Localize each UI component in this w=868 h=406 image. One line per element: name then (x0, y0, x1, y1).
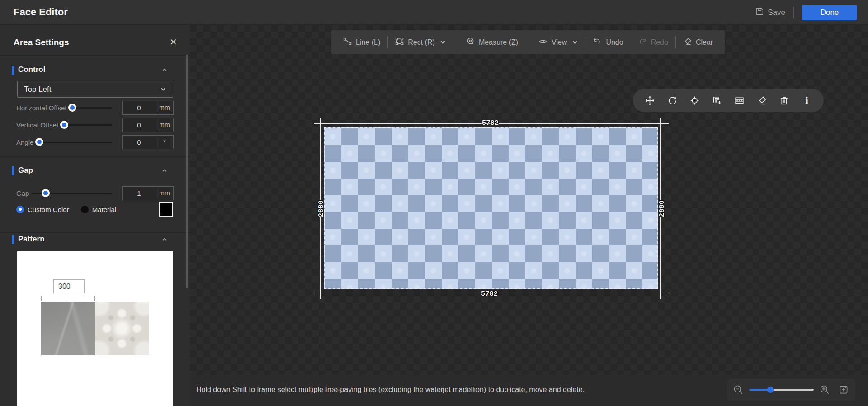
pattern-tiles (41, 302, 149, 355)
gap-label: Gap (16, 189, 29, 197)
panel-title: Area Settings (14, 38, 69, 47)
gap-input[interactable]: 1 mm (122, 186, 174, 200)
pattern-preview-card[interactable]: 300 (17, 251, 173, 406)
vertical-offset-label: Vertical Offset (16, 121, 58, 129)
save-icon (755, 7, 764, 18)
section-accent-bar (12, 66, 14, 75)
measure-tape-icon (466, 37, 475, 47)
status-hint: Hold down Shift to frame select multiple… (196, 386, 585, 394)
rect-icon (395, 37, 404, 47)
horizontal-offset-unit: mm (156, 101, 173, 114)
height-dimension-label-right: 2880 (657, 200, 665, 217)
angle-label: Angle (16, 138, 33, 146)
horizontal-offset-row: Horizontal Offset 0 mm (16, 99, 174, 116)
save-label: Save (768, 8, 785, 17)
sidebar-scrollbar[interactable] (186, 55, 188, 288)
header-divider (793, 7, 794, 19)
rect-tool-label: Rect (R) (408, 38, 435, 47)
width-dimension-label-bottom: 5782 (481, 289, 498, 297)
zoom-in-icon[interactable] (819, 384, 830, 395)
view-history-group: View Undo Redo (527, 30, 725, 54)
vertical-offset-unit: mm (156, 118, 173, 132)
section-accent-bar (12, 166, 14, 175)
anchor-select[interactable]: Top Left (17, 81, 173, 98)
zoom-controls (727, 379, 855, 401)
undo-button[interactable]: Undo (585, 30, 630, 54)
horizontal-offset-input[interactable]: 0 mm (122, 101, 174, 115)
slider-thumb[interactable] (60, 121, 68, 129)
vertical-offset-slider[interactable] (61, 121, 112, 129)
custom-color-radio[interactable] (16, 206, 24, 213)
slider-thumb[interactable] (42, 189, 50, 197)
close-icon[interactable]: ✕ (170, 37, 177, 47)
fit-to-screen-icon[interactable] (838, 384, 849, 395)
chevron-up-icon[interactable] (161, 167, 168, 175)
trash-icon[interactable] (779, 95, 790, 106)
info-icon[interactable]: i (801, 95, 812, 106)
horizontal-offset-slider[interactable] (69, 104, 112, 112)
chevron-down-icon (440, 38, 446, 47)
angle-value[interactable]: 0 (123, 136, 156, 149)
control-section-header: Control (0, 64, 190, 76)
material-radio[interactable] (81, 206, 89, 213)
array-add-icon[interactable] (712, 95, 722, 106)
zoom-out-icon[interactable] (733, 384, 744, 395)
clear-label: Clear (696, 38, 713, 47)
measure-tool-button[interactable]: Measure (Z) (459, 30, 525, 54)
chevron-down-icon (572, 38, 578, 47)
vertical-offset-input[interactable]: 0 mm (122, 118, 174, 132)
vertical-offset-value[interactable]: 0 (123, 118, 156, 132)
angle-unit: ° (156, 136, 173, 149)
zoom-slider-thumb[interactable] (767, 387, 774, 393)
line-icon (343, 37, 352, 47)
horizontal-offset-value[interactable]: 0 (123, 101, 156, 114)
section-accent-bar (12, 235, 14, 244)
gap-section-header: Gap (0, 165, 190, 177)
horizontal-offset-label: Horizontal Offset (16, 104, 66, 112)
gap-section-title: Gap (18, 166, 33, 175)
move-icon[interactable] (645, 95, 656, 106)
rotate-icon[interactable] (667, 95, 678, 106)
draw-tool-group: Line (L) Rect (R) (331, 30, 458, 54)
chevron-up-icon[interactable] (161, 236, 168, 244)
tile-size-input[interactable]: 300 (53, 279, 85, 293)
zoom-slider[interactable] (749, 387, 814, 393)
chevron-up-icon[interactable] (161, 66, 168, 75)
view-button[interactable]: View (531, 30, 585, 54)
status-bar: Hold down Shift to frame select multiple… (190, 375, 868, 406)
paved-area-selection[interactable] (324, 127, 658, 289)
eye-icon (538, 38, 547, 47)
slider-thumb[interactable] (68, 104, 76, 112)
angle-input[interactable]: 0 ° (122, 135, 174, 149)
floral-tile-swatch[interactable] (95, 302, 149, 355)
slider-thumb[interactable] (35, 138, 43, 146)
redo-button[interactable]: Redo (631, 30, 675, 54)
eraser-icon[interactable] (756, 95, 767, 106)
clear-button[interactable]: Clear (676, 30, 720, 54)
save-button[interactable]: Save (755, 7, 785, 18)
face-editor-app: Face Editor Save Done Area Settings ✕ Co… (0, 0, 868, 406)
gap-slider[interactable] (32, 189, 112, 197)
custom-color-label: Custom Color (28, 206, 69, 213)
line-tool-button[interactable]: Line (L) (336, 30, 387, 54)
gap-color-swatch[interactable] (159, 202, 173, 217)
locate-target-icon[interactable] (689, 95, 700, 106)
rect-tool-button[interactable]: Rect (R) (388, 30, 453, 54)
panel-divider (0, 55, 190, 56)
angle-slider[interactable] (36, 138, 112, 146)
zoom-slider-track (749, 389, 814, 391)
measure-tool-group: Measure (Z) (454, 30, 530, 54)
material-label: Material (92, 206, 116, 213)
done-button[interactable]: Done (802, 5, 857, 20)
skirting-icon[interactable] (734, 95, 745, 106)
tile-dimension-ruler (41, 298, 95, 298)
gap-value[interactable]: 1 (123, 187, 156, 200)
panel-divider (0, 232, 190, 233)
page-title: Face Editor (14, 6, 68, 18)
line-tool-label: Line (L) (356, 38, 380, 47)
vertical-offset-row: Vertical Offset 0 mm (16, 117, 174, 133)
undo-label: Undo (606, 38, 623, 47)
editor-canvas[interactable]: Line (L) Rect (R) Measure (Z) (190, 25, 868, 406)
stone-tile-swatch[interactable] (41, 302, 95, 355)
gap-row: Gap 1 mm (16, 185, 174, 201)
